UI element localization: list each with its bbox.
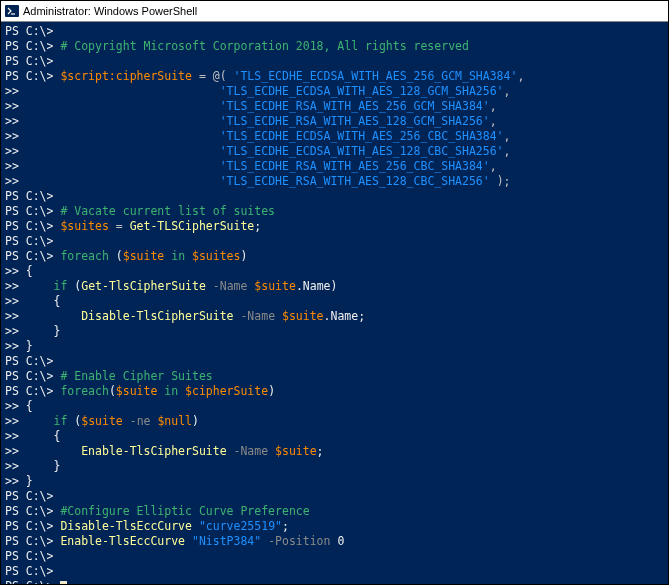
cmd-disable-tlsecccurve: Disable-TlsEccCurve	[60, 519, 192, 533]
cipher-suite-0: 'TLS_ECDHE_ECDSA_WITH_AES_256_GCM_SHA384…	[234, 69, 518, 83]
cmd-disable-tlsciphersuite: Disable-TlsCipherSuite	[81, 309, 233, 323]
cmd-enable-tlsciphersuite: Enable-TlsCipherSuite	[81, 444, 226, 458]
cipher-suite-6: 'TLS_ECDHE_RSA_WITH_AES_256_CBC_SHA384'	[220, 159, 490, 173]
powershell-window: Administrator: Windows PowerShell PS C:\…	[0, 0, 669, 585]
kw-if: if	[54, 279, 68, 293]
cipher-suite-4: 'TLS_ECDHE_ECDSA_WITH_AES_256_CBC_SHA384…	[220, 129, 504, 143]
cmd-enable-tlsecccurve: Enable-TlsEccCurve	[60, 534, 185, 548]
cipher-suite-1: 'TLS_ECDHE_ECDSA_WITH_AES_128_GCM_SHA256…	[220, 84, 504, 98]
powershell-icon	[5, 4, 19, 18]
comment-enable: # Enable Cipher Suites	[60, 369, 212, 383]
cursor	[60, 581, 67, 584]
cipher-suite-7: 'TLS_ECDHE_RSA_WITH_AES_128_CBC_SHA256'	[220, 174, 490, 188]
var-suites: $suites	[60, 219, 108, 233]
titlebar[interactable]: Administrator: Windows PowerShell	[1, 1, 668, 22]
prompt: PS C:\>	[5, 24, 53, 38]
terminal-area[interactable]: PS C:\> PS C:\> # Copyright Microsoft Co…	[1, 22, 668, 584]
var-script-ciphersuite: $script:cipherSuite	[60, 69, 192, 83]
svg-rect-0	[5, 5, 19, 17]
cipher-suite-3: 'TLS_ECDHE_RSA_WITH_AES_128_GCM_SHA256'	[220, 114, 490, 128]
cmd-get-tlsciphersuite: Get-TLSCipherSuite	[130, 219, 255, 233]
window-title: Administrator: Windows PowerShell	[23, 5, 197, 17]
comment-copyright: # Copyright Microsoft Corporation 2018, …	[60, 39, 469, 53]
comment-vacate: # Vacate current list of suites	[60, 204, 275, 218]
comment-ecc: #Configure Elliptic Curve Preference	[60, 504, 309, 518]
cipher-suite-5: 'TLS_ECDHE_ECDSA_WITH_AES_128_CBC_SHA256…	[220, 144, 504, 158]
kw-foreach: foreach	[60, 249, 108, 263]
cipher-suite-2: 'TLS_ECDHE_RSA_WITH_AES_256_GCM_SHA384'	[220, 99, 490, 113]
